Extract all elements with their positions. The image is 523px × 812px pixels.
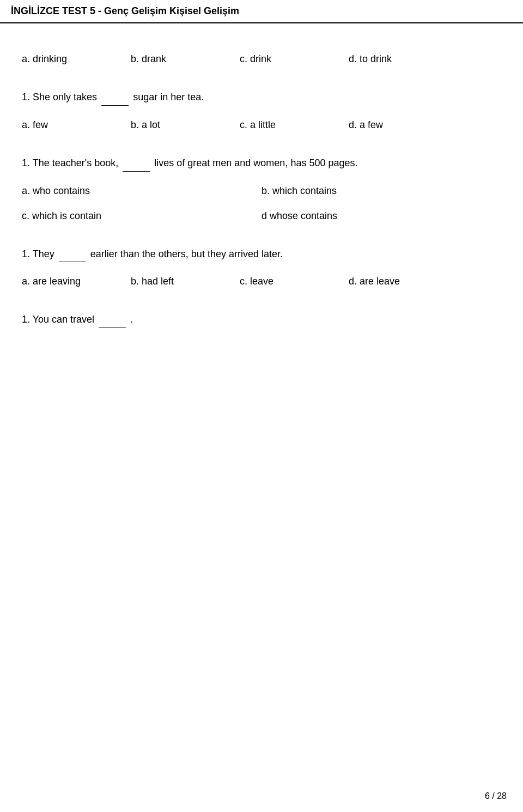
question-1-options: a. few b. a lot c. a little d. a few — [22, 117, 501, 134]
question-4-after: . — [130, 314, 133, 325]
question-4-blank — [99, 312, 126, 328]
header-title: İNGİLİZCE TEST 5 - Genç Gelişim Kişisel … — [11, 5, 239, 16]
question-1-number: 1. — [22, 92, 30, 102]
q1-option-c: c. a little — [240, 117, 349, 134]
q2-option-b: b. which contains — [262, 183, 501, 199]
question-4-before: You can travel — [33, 314, 97, 325]
question-3-block: 1. They earlier than the others, but the… — [22, 246, 501, 290]
question-4-text: 1. You can travel . — [22, 312, 501, 328]
intro-option-c: c. drink — [240, 51, 349, 68]
q3-option-a: a. are leaving — [22, 273, 131, 290]
q1-option-a: a. few — [22, 117, 131, 134]
q1-option-d: d. a few — [349, 117, 458, 134]
q1-option-b: b. a lot — [131, 117, 240, 134]
intro-option-a: a. drinking — [22, 51, 131, 68]
question-1-block: 1. She only takes sugar in her tea. a. f… — [22, 89, 501, 134]
page-header: İNGİLİZCE TEST 5 - Genç Gelişim Kişisel … — [0, 0, 523, 23]
question-3-text: 1. They earlier than the others, but the… — [22, 246, 501, 263]
page-number: 6 / 28 — [485, 791, 507, 801]
question-1-blank — [101, 89, 129, 106]
question-4-block: 1. You can travel . — [22, 312, 501, 328]
question-1-text: 1. She only takes sugar in her tea. — [22, 89, 501, 106]
intro-block: a. drinking b. drank c. drink d. to drin… — [22, 51, 501, 68]
q3-option-d: d. are leave — [349, 273, 458, 290]
intro-option-d: d. to drink — [349, 51, 458, 68]
question-3-before: They — [33, 249, 57, 259]
q3-option-b: b. had left — [131, 273, 240, 290]
question-1-before: She only takes — [33, 92, 100, 102]
main-content: a. drinking b. drank c. drink d. to drin… — [0, 34, 523, 361]
q2-option-d: d whose contains — [262, 208, 501, 225]
question-2-options: a. who contains b. which contains c. whi… — [22, 183, 501, 225]
question-3-after: earlier than the others, but they arrive… — [90, 249, 283, 259]
q2-option-c: c. which is contain — [22, 208, 262, 225]
q3-option-c: c. leave — [240, 273, 349, 290]
q2-option-a: a. who contains — [22, 183, 262, 199]
intro-option-b: b. drank — [131, 51, 240, 68]
question-2-text: 1. The teacher's book, lives of great me… — [22, 155, 501, 172]
question-2-blank — [123, 155, 150, 172]
question-1-after: sugar in her tea. — [133, 92, 204, 102]
question-2-block: 1. The teacher's book, lives of great me… — [22, 155, 501, 225]
question-4-number: 1. — [22, 314, 30, 325]
question-2-number: 1. — [22, 157, 30, 168]
intro-options: a. drinking b. drank c. drink d. to drin… — [22, 51, 501, 68]
question-3-options: a. are leaving b. had left c. leave d. a… — [22, 273, 501, 290]
question-2-after: lives of great men and women, has 500 pa… — [154, 157, 357, 168]
question-2-before: The teacher's book, — [33, 157, 121, 168]
question-3-blank — [59, 246, 86, 263]
question-3-number: 1. — [22, 249, 30, 259]
